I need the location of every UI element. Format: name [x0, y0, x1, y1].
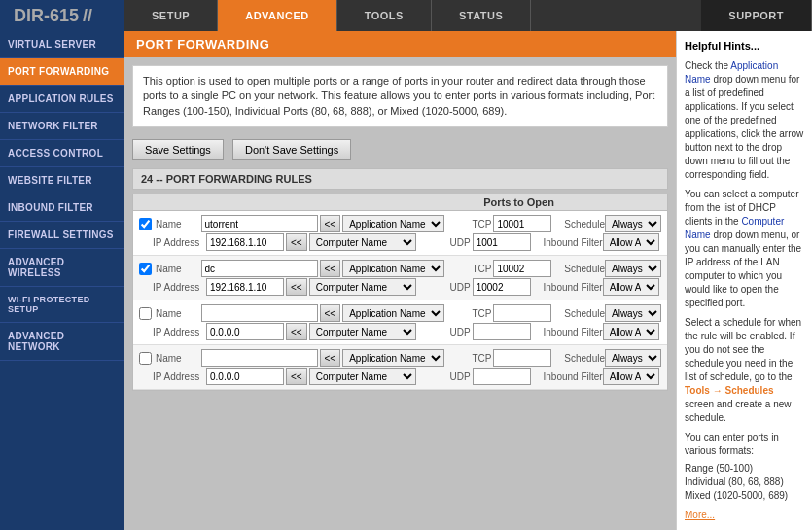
sidebar-item-access-control[interactable]: ACCESS CONTROL	[0, 140, 124, 167]
nav-tab-tools[interactable]: TOOLS	[337, 0, 432, 31]
rule-3-inbound-select[interactable]: Allow All	[603, 323, 659, 340]
page-header: PORT FORWARDING	[124, 31, 676, 57]
dont-save-settings-button[interactable]: Don't Save Settings	[232, 139, 351, 160]
rule-row: Name << Application Name TCP Schedule Al…	[133, 211, 667, 256]
rule-1-tcp-label: TCP	[450, 219, 491, 230]
rule-1-udp-input[interactable]	[473, 233, 531, 251]
rule-ip-line-3: IP Address << Computer Name UDP Inbound …	[139, 323, 661, 340]
rule-2-schedule-select[interactable]: Always	[605, 260, 661, 277]
rule-row: Name << Application Name TCP Schedule Al…	[133, 345, 667, 390]
rule-3-schedule-label: Schedule	[559, 308, 605, 319]
rule-2-comp-select[interactable]: Computer Name	[309, 278, 416, 296]
sidebar-item-inbound-filter[interactable]: INBOUND FILTER	[0, 194, 124, 222]
button-row: Save Settings Don't Save Settings	[124, 135, 676, 168]
logo: DIR-615 //	[0, 0, 124, 31]
rule-3-ip-label: IP Address	[153, 327, 206, 337]
help-text-1b: drop down menu for a list of predefined …	[685, 74, 803, 180]
rule-4-checkbox[interactable]	[139, 352, 152, 365]
nav-tab-support[interactable]: SUPPORT	[701, 0, 812, 31]
sidebar-item-network-filter[interactable]: NETWORK FILTER	[0, 113, 124, 140]
rule-4-tcp-input[interactable]	[493, 349, 551, 367]
save-settings-button[interactable]: Save Settings	[132, 139, 224, 160]
rule-3-udp-input[interactable]	[473, 323, 531, 340]
rule-2-name-input[interactable]	[201, 260, 318, 277]
rule-3-tcp-input[interactable]	[493, 304, 551, 322]
rules-container: Ports to Open Name << Application Name T…	[132, 194, 668, 391]
rule-1-tcp-input[interactable]	[493, 215, 551, 232]
rule-1-checkbox[interactable]	[139, 218, 152, 230]
rule-4-comp-arrow[interactable]: <<	[286, 368, 307, 385]
rule-4-schedule-label: Schedule	[559, 353, 605, 364]
help-title: Helpful Hints...	[685, 39, 804, 53]
rule-4-app-select[interactable]: Application Name	[342, 349, 444, 367]
help-panel: Helpful Hints... Check the Application N…	[676, 31, 812, 530]
rule-3-schedule-select[interactable]: Always	[605, 304, 661, 322]
page-title: PORT FORWARDING	[136, 37, 664, 52]
rule-name-line-2: Name << Application Name TCP Schedule Al…	[139, 260, 661, 277]
section-title: 24 -- PORT FORWARDING RULES	[132, 168, 668, 190]
rule-2-schedule-label: Schedule	[559, 264, 605, 274]
rule-4-inbound-select[interactable]: Allow All	[603, 368, 659, 385]
rule-4-udp-label: UDP	[422, 371, 471, 382]
main-layout: VIRTUAL SERVER PORT FORWARDING APPLICATI…	[0, 31, 812, 530]
nav-tab-advanced[interactable]: ADVANCED	[218, 0, 337, 31]
ports-to-open-label: Ports to Open	[425, 196, 554, 208]
rule-1-comp-select[interactable]: Computer Name	[309, 233, 416, 251]
rule-2-checkbox[interactable]	[139, 263, 152, 275]
rule-3-app-select[interactable]: Application Name	[342, 304, 444, 322]
help-tools-link[interactable]: Tools → Schedules	[685, 385, 774, 396]
rule-1-schedule-select[interactable]: Always	[605, 215, 661, 232]
rule-1-schedule-label: Schedule	[559, 219, 605, 230]
help-text-3b: screen and create a new schedule.	[685, 399, 792, 423]
nav-tab-setup[interactable]: SETUP	[124, 0, 218, 31]
rule-4-ip-label: IP Address	[153, 371, 206, 382]
rule-4-app-arrow[interactable]: <<	[320, 349, 341, 367]
description-box: This option is used to open multiple por…	[132, 65, 668, 127]
rule-4-schedule-select[interactable]: Always	[605, 349, 661, 367]
sidebar-item-wifi-protected-setup[interactable]: WI-FI PROTECTED SETUP	[0, 287, 124, 323]
rule-1-comp-arrow[interactable]: <<	[286, 233, 307, 251]
sidebar-item-application-rules[interactable]: APPLICATION RULES	[0, 86, 124, 113]
rule-3-comp-select[interactable]: Computer Name	[309, 323, 416, 340]
rule-3-checkbox[interactable]	[139, 307, 152, 320]
rule-3-name-input[interactable]	[201, 304, 318, 322]
rule-2-comp-arrow[interactable]: <<	[286, 278, 307, 296]
rule-2-udp-label: UDP	[422, 282, 471, 293]
sidebar-item-advanced-wireless[interactable]: ADVANCED WIRELESS	[0, 249, 124, 287]
rule-4-ip-input[interactable]	[206, 368, 284, 385]
help-text-1: Check the Application Name drop down men…	[685, 59, 804, 182]
rule-4-name-input[interactable]	[201, 349, 318, 367]
sidebar: VIRTUAL SERVER PORT FORWARDING APPLICATI…	[0, 31, 124, 530]
sidebar-item-firewall-settings[interactable]: FIREWALL SETTINGS	[0, 222, 124, 249]
rule-ip-line-1: IP Address << Computer Name UDP Inbound …	[139, 233, 661, 251]
help-more-link[interactable]: More...	[685, 510, 715, 520]
rule-3-ip-input[interactable]	[206, 323, 284, 340]
rule-2-inbound-select[interactable]: Allow All	[603, 278, 659, 296]
rule-4-comp-select[interactable]: Computer Name	[309, 368, 416, 385]
sidebar-item-port-forwarding[interactable]: PORT FORWARDING	[0, 58, 124, 86]
rule-3-app-arrow[interactable]: <<	[320, 304, 341, 322]
main-content: PORT FORWARDING This option is used to o…	[124, 31, 676, 530]
nav-tab-status[interactable]: STATUS	[432, 0, 531, 31]
rule-1-inbound-select[interactable]: Allow All	[603, 233, 659, 251]
rule-1-name-input[interactable]	[201, 215, 318, 232]
rule-3-tcp-label: TCP	[450, 308, 491, 319]
rule-1-ip-input[interactable]	[206, 233, 284, 251]
rule-1-app-arrow[interactable]: <<	[320, 215, 341, 232]
rule-4-tcp-label: TCP	[450, 353, 491, 364]
sidebar-item-website-filter[interactable]: WEBSITE FILTER	[0, 167, 124, 194]
rule-2-udp-input[interactable]	[473, 278, 531, 296]
rule-4-udp-input[interactable]	[473, 368, 531, 385]
rule-2-ip-input[interactable]	[206, 278, 284, 296]
rule-2-tcp-label: TCP	[450, 264, 491, 274]
rule-2-tcp-input[interactable]	[493, 260, 551, 277]
logo-slash: //	[83, 6, 92, 26]
logo-text: DIR-615	[14, 6, 79, 26]
help-text-1a: Check the	[685, 60, 730, 71]
rule-2-app-arrow[interactable]: <<	[320, 260, 341, 277]
rule-3-comp-arrow[interactable]: <<	[286, 323, 307, 340]
rule-1-app-select[interactable]: Application Name	[342, 215, 444, 232]
sidebar-item-advanced-network[interactable]: ADVANCED NETWORK	[0, 323, 124, 361]
sidebar-item-virtual-server[interactable]: VIRTUAL SERVER	[0, 31, 124, 58]
rule-2-app-select[interactable]: Application Name	[342, 260, 444, 277]
